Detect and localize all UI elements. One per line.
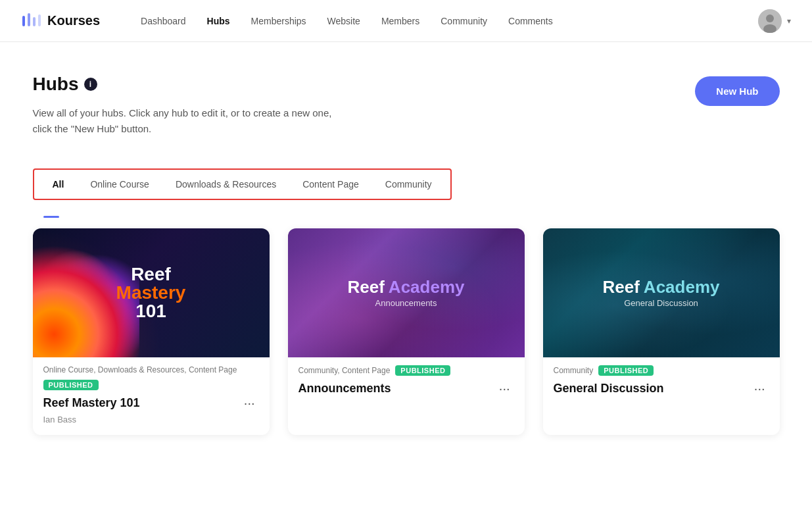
avatar-icon: [758, 9, 782, 33]
hub-card-image-announcements: Reef Academy Announcements: [288, 228, 525, 357]
nav-community[interactable]: Community: [431, 11, 496, 32]
hub-more-button-general-discussion[interactable]: ···: [750, 380, 769, 397]
general-discussion-card-text: Reef Academy General Discussion: [603, 278, 720, 308]
logo-text: Kourses: [47, 13, 100, 28]
reef-mastery-card-text: Reef Mastery 101: [116, 265, 186, 320]
filter-tabs-wrapper: All Online Course Downloads & Resources …: [33, 168, 452, 200]
hubs-grid: Reef Mastery 101 Online Course, Download…: [33, 228, 780, 435]
reef-word: Reef: [348, 278, 385, 295]
hub-card-title-row-reef-mastery: Reef Mastery 101 ···: [43, 394, 259, 412]
filter-tab-downloads-resources[interactable]: Downloads & Resources: [162, 172, 289, 196]
hub-card-title-reef-mastery: Reef Mastery 101: [43, 396, 140, 410]
page-desc-line2: click the "New Hub" button.: [33, 123, 152, 134]
page-title-text: Hubs: [33, 74, 79, 95]
reef-word-general: Reef: [603, 278, 640, 295]
hub-card-title-general-discussion: General Discussion: [554, 382, 664, 396]
published-badge-announcements: PUBLISHED: [395, 365, 450, 376]
navbar-right: ▾: [758, 9, 791, 33]
hub-tags-text-general: Community: [554, 366, 594, 375]
filter-tab-community[interactable]: Community: [372, 172, 445, 196]
filter-tab-all[interactable]: All: [39, 172, 78, 196]
filter-tab-content-page[interactable]: Content Page: [289, 172, 372, 196]
reef-title-word3: 101: [116, 302, 186, 320]
hub-more-button-reef-mastery[interactable]: ···: [240, 394, 259, 412]
page-description: View all of your hubs. Click any hub to …: [33, 105, 332, 137]
academy-word-general: Academy: [644, 278, 720, 295]
hub-card-tags-reef-mastery: Online Course, Downloads & Resources, Co…: [43, 365, 259, 390]
reef-academy-title-general: Reef Academy: [603, 278, 720, 295]
hub-more-button-announcements[interactable]: ···: [495, 380, 514, 397]
svg-rect-0: [22, 16, 25, 26]
svg-rect-3: [38, 14, 41, 26]
hub-tags-text-announcements: Community, Content Page: [299, 366, 391, 375]
hub-tags-text: Online Course, Downloads & Resources, Co…: [43, 365, 237, 374]
published-badge-reef-mastery: PUBLISHED: [43, 380, 99, 390]
filter-tabs: All Online Course Downloads & Resources …: [39, 172, 445, 196]
avatar[interactable]: [758, 9, 782, 33]
nav-members[interactable]: Members: [372, 11, 429, 32]
announcements-sublabel: Announcements: [348, 298, 465, 308]
hub-card-body-announcements: Community, Content Page PUBLISHED Announ…: [288, 357, 525, 408]
hub-card-image-reef-mastery: Reef Mastery 101: [33, 228, 270, 357]
svg-rect-1: [28, 13, 30, 26]
nav-hubs[interactable]: Hubs: [198, 11, 239, 32]
nav-memberships[interactable]: Memberships: [242, 11, 316, 32]
hub-card-image-general-discussion: Reef Academy General Discussion: [543, 228, 780, 357]
hub-card-title-row-general-discussion: General Discussion ···: [554, 380, 769, 397]
active-tab-indicator: [43, 216, 59, 218]
hub-card-tags-announcements: Community, Content Page PUBLISHED: [299, 365, 514, 376]
navbar-links: Dashboard Hubs Memberships Website Membe…: [131, 11, 758, 32]
filter-tab-online-course[interactable]: Online Course: [77, 172, 162, 196]
nav-comments[interactable]: Comments: [499, 11, 562, 32]
hub-card-title-row-announcements: Announcements ···: [299, 380, 514, 397]
info-icon[interactable]: i: [84, 78, 97, 91]
page-header: Hubs i View all of your hubs. Click any …: [33, 74, 780, 137]
hub-card-announcements[interactable]: Reef Academy Announcements Community, Co…: [288, 228, 525, 435]
main-content: Hubs i View all of your hubs. Click any …: [12, 42, 801, 456]
hub-card-body-general-discussion: Community PUBLISHED General Discussion ·…: [543, 357, 780, 408]
announcements-card-text: Reef Academy Announcements: [348, 278, 465, 308]
new-hub-button[interactable]: New Hub: [695, 76, 779, 106]
active-indicator-row: [33, 216, 780, 218]
hub-card-tags-general-discussion: Community PUBLISHED: [554, 365, 769, 376]
logo-icon: [21, 11, 42, 32]
hub-card-title-announcements: Announcements: [299, 382, 391, 396]
reef-academy-title-announcements: Reef Academy: [348, 278, 465, 295]
account-chevron-icon[interactable]: ▾: [787, 16, 791, 26]
svg-rect-2: [33, 17, 36, 26]
general-discussion-sublabel: General Discussion: [603, 298, 720, 308]
navbar: Kourses Dashboard Hubs Memberships Websi…: [0, 0, 812, 42]
nav-dashboard[interactable]: Dashboard: [131, 11, 195, 32]
page-title-area: Hubs i View all of your hubs. Click any …: [33, 74, 332, 137]
hub-card-author-reef-mastery: Ian Bass: [43, 415, 259, 424]
svg-point-5: [766, 14, 774, 22]
hub-card-reef-mastery[interactable]: Reef Mastery 101 Online Course, Download…: [33, 228, 270, 435]
reef-title-word1: Reef: [116, 265, 186, 284]
academy-word: Academy: [389, 278, 465, 295]
nav-website[interactable]: Website: [318, 11, 370, 32]
page-desc-line1: View all of your hubs. Click any hub to …: [33, 107, 332, 118]
reef-title-word2: Mastery: [116, 284, 186, 302]
published-badge-general-discussion: PUBLISHED: [598, 365, 654, 376]
hub-card-body-reef-mastery: Online Course, Downloads & Resources, Co…: [33, 357, 270, 435]
hub-card-general-discussion[interactable]: Reef Academy General Discussion Communit…: [543, 228, 780, 435]
logo[interactable]: Kourses: [21, 11, 100, 32]
page-title: Hubs i: [33, 74, 332, 95]
